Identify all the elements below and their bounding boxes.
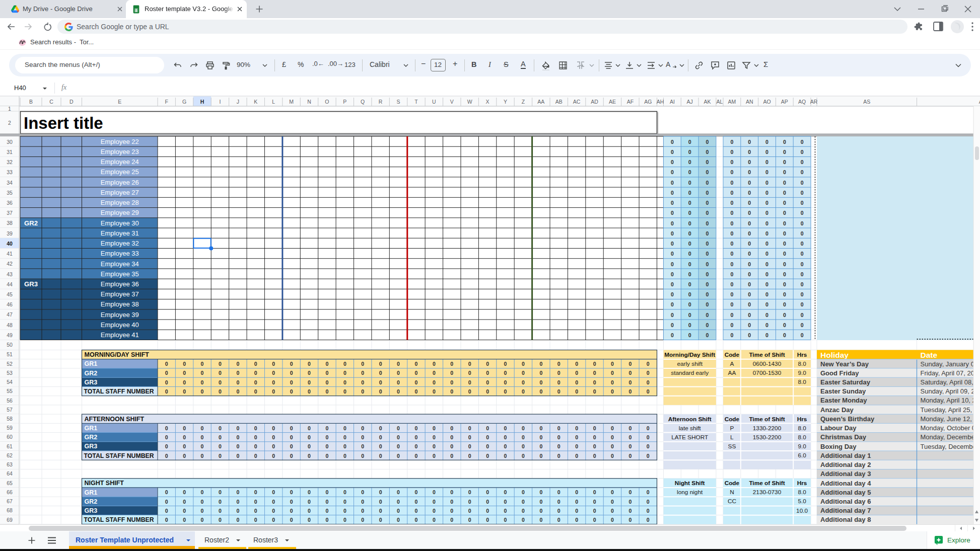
- svg-text:0: 0: [783, 169, 786, 175]
- svg-text:0: 0: [219, 370, 222, 376]
- svg-text:0: 0: [730, 200, 733, 206]
- svg-text:0: 0: [730, 210, 733, 216]
- svg-text:0: 0: [688, 271, 691, 277]
- svg-text:0: 0: [765, 241, 768, 247]
- svg-text:0: 0: [450, 443, 453, 449]
- svg-text:0: 0: [236, 370, 239, 376]
- svg-text:0: 0: [165, 443, 168, 449]
- svg-text:52: 52: [7, 361, 13, 367]
- svg-text:0: 0: [783, 190, 786, 196]
- svg-text:0: 0: [325, 370, 328, 376]
- svg-text:53: 53: [7, 370, 13, 376]
- svg-text:AA: AA: [537, 99, 544, 105]
- svg-text:0: 0: [706, 180, 709, 186]
- svg-text:38: 38: [7, 220, 13, 226]
- svg-text:Monday, April 10, 2023: Monday, April 10, 2023: [921, 397, 980, 404]
- svg-text:0: 0: [801, 139, 804, 145]
- svg-text:Employee 25: Employee 25: [101, 168, 139, 176]
- svg-text:0: 0: [308, 499, 311, 505]
- svg-text:47: 47: [7, 311, 13, 318]
- svg-text:0: 0: [557, 517, 561, 523]
- svg-text:0: 0: [688, 210, 691, 216]
- svg-text:0: 0: [647, 379, 650, 385]
- svg-text:2: 2: [8, 120, 11, 126]
- svg-text:0: 0: [688, 159, 691, 165]
- svg-text:0: 0: [433, 434, 436, 440]
- svg-text:D: D: [69, 99, 74, 105]
- svg-text:0: 0: [433, 453, 436, 459]
- svg-text:0: 0: [575, 425, 578, 431]
- svg-text:0: 0: [236, 443, 239, 449]
- svg-text:0: 0: [379, 434, 382, 440]
- svg-text:0: 0: [486, 361, 489, 367]
- svg-text:0: 0: [325, 508, 328, 514]
- svg-text:0: 0: [706, 200, 709, 206]
- svg-text:GR2: GR2: [24, 219, 38, 227]
- svg-text:CC: CC: [728, 498, 737, 505]
- svg-text:0: 0: [688, 322, 691, 328]
- svg-text:0: 0: [308, 379, 311, 385]
- svg-text:0: 0: [748, 301, 751, 307]
- svg-text:0: 0: [361, 388, 364, 395]
- svg-text:0: 0: [647, 508, 650, 514]
- svg-text:Afternoon Shift: Afternoon Shift: [668, 416, 712, 423]
- svg-text:0: 0: [433, 379, 436, 385]
- svg-text:0: 0: [486, 489, 489, 495]
- svg-text:0: 0: [557, 370, 561, 376]
- svg-text:0: 0: [801, 169, 804, 175]
- svg-text:GR2: GR2: [85, 498, 98, 505]
- svg-text:0: 0: [706, 210, 709, 216]
- svg-text:0: 0: [361, 361, 364, 367]
- svg-text:0: 0: [361, 453, 364, 459]
- svg-text:0: 0: [486, 379, 489, 385]
- svg-text:0: 0: [765, 159, 768, 165]
- svg-text:0: 0: [504, 425, 507, 431]
- svg-text:0: 0: [468, 434, 471, 440]
- svg-text:0: 0: [165, 379, 168, 385]
- svg-text:0: 0: [183, 370, 186, 376]
- svg-text:Saturday, April 08, 2023: Saturday, April 08, 2023: [921, 378, 980, 386]
- svg-text:GR3: GR3: [85, 507, 98, 514]
- svg-text:N: N: [730, 489, 734, 496]
- svg-text:A: A: [730, 360, 734, 367]
- svg-text:0: 0: [575, 361, 578, 367]
- svg-text:0: 0: [325, 425, 328, 431]
- svg-text:0: 0: [575, 443, 578, 449]
- svg-text:0: 0: [290, 443, 293, 449]
- svg-text:0: 0: [450, 517, 453, 523]
- svg-text:0: 0: [254, 508, 257, 514]
- svg-text:0: 0: [165, 388, 168, 395]
- svg-text:0: 0: [450, 453, 453, 459]
- svg-text:0: 0: [688, 332, 691, 338]
- svg-text:0: 0: [343, 453, 346, 459]
- svg-text:0: 0: [628, 434, 632, 440]
- svg-text:0: 0: [539, 517, 542, 523]
- svg-text:0: 0: [539, 489, 542, 495]
- svg-text:AA: AA: [728, 369, 736, 376]
- svg-text:0: 0: [611, 361, 614, 367]
- svg-text:0: 0: [575, 517, 578, 523]
- svg-text:0: 0: [688, 281, 691, 287]
- svg-text:R: R: [379, 99, 383, 105]
- svg-text:0: 0: [486, 508, 489, 514]
- svg-text:0: 0: [801, 159, 804, 165]
- svg-text:0: 0: [397, 443, 400, 449]
- svg-text:0: 0: [647, 517, 650, 523]
- svg-text:0: 0: [593, 361, 596, 367]
- svg-text:0: 0: [433, 388, 436, 395]
- svg-text:0: 0: [688, 200, 691, 206]
- svg-text:0: 0: [201, 517, 204, 523]
- svg-text:0: 0: [468, 388, 471, 395]
- svg-text:0: 0: [308, 434, 311, 440]
- svg-text:0: 0: [361, 508, 364, 514]
- svg-text:0: 0: [522, 443, 525, 449]
- svg-text:0: 0: [415, 489, 418, 495]
- svg-text:Employee 29: Employee 29: [101, 209, 139, 216]
- svg-text:0: 0: [783, 200, 786, 206]
- svg-text:65: 65: [7, 480, 13, 486]
- svg-text:0: 0: [706, 251, 709, 257]
- svg-text:AG: AG: [644, 99, 652, 105]
- svg-text:0: 0: [688, 291, 691, 297]
- svg-text:0: 0: [688, 220, 691, 226]
- svg-text:0: 0: [236, 379, 239, 385]
